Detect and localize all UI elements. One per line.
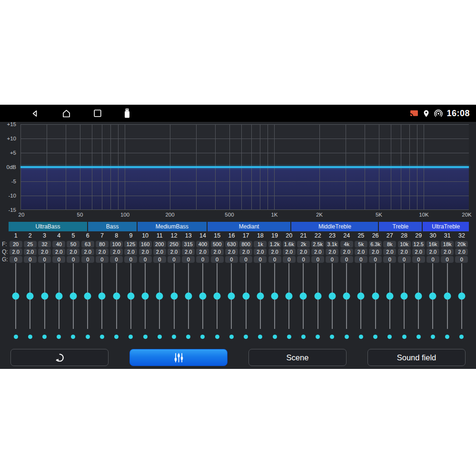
g-value-chip[interactable]: 0 <box>326 256 338 263</box>
gain-slider[interactable] <box>37 263 51 329</box>
g-value-chip[interactable]: 0 <box>254 256 267 263</box>
f-value-chip[interactable]: 3.1k <box>326 241 338 248</box>
g-value-chip[interactable]: 0 <box>52 256 65 263</box>
g-value-chip[interactable]: 0 <box>383 256 396 263</box>
f-value-chip[interactable]: 100 <box>110 241 123 248</box>
gain-slider[interactable] <box>124 263 138 329</box>
gain-slider[interactable] <box>167 263 181 329</box>
g-value-chip[interactable]: 0 <box>441 256 454 263</box>
reset-button[interactable] <box>10 349 109 366</box>
slider-thumb[interactable] <box>444 293 451 300</box>
g-value-chip[interactable]: 0 <box>168 256 180 263</box>
q-value-chip[interactable]: 2.0 <box>426 248 439 255</box>
f-value-chip[interactable]: 16k <box>426 241 439 248</box>
gain-slider[interactable] <box>426 263 440 329</box>
q-value-chip[interactable]: 2.0 <box>383 248 396 255</box>
slider-thumb[interactable] <box>55 293 62 300</box>
f-value-chip[interactable]: 4k <box>340 241 353 248</box>
recents-button[interactable] <box>90 105 105 122</box>
slider-thumb[interactable] <box>228 293 235 300</box>
q-value-chip[interactable]: 2.0 <box>239 248 252 255</box>
gain-slider[interactable] <box>152 263 167 329</box>
g-value-chip[interactable]: 0 <box>355 256 367 263</box>
q-value-chip[interactable]: 2.0 <box>225 248 238 255</box>
q-value-chip[interactable]: 2.0 <box>211 248 224 255</box>
f-value-chip[interactable]: 32 <box>38 241 51 248</box>
gain-slider[interactable] <box>9 263 23 329</box>
gain-slider[interactable] <box>210 263 224 329</box>
q-value-chip[interactable]: 2.0 <box>168 248 180 255</box>
slider-thumb[interactable] <box>300 293 307 300</box>
slider-thumb[interactable] <box>12 293 20 300</box>
slider-thumb[interactable] <box>170 293 178 300</box>
slider-thumb[interactable] <box>257 293 264 300</box>
q-value-chip[interactable]: 2.0 <box>297 248 310 255</box>
f-value-chip[interactable]: 50 <box>67 241 79 248</box>
f-value-chip[interactable]: 500 <box>211 241 224 248</box>
q-value-chip[interactable]: 2.0 <box>455 248 468 255</box>
slider-thumb[interactable] <box>343 293 350 300</box>
gain-slider[interactable] <box>109 263 124 329</box>
slider-thumb[interactable] <box>271 293 278 300</box>
gain-slider[interactable] <box>383 263 397 329</box>
g-value-chip[interactable]: 0 <box>81 256 94 263</box>
f-value-chip[interactable]: 18k <box>441 241 454 248</box>
f-value-chip[interactable]: 160 <box>139 241 152 248</box>
f-value-chip[interactable]: 1k <box>254 241 267 248</box>
gain-slider[interactable] <box>95 263 109 329</box>
g-value-chip[interactable]: 0 <box>311 256 324 263</box>
f-value-chip[interactable]: 315 <box>182 241 195 248</box>
q-value-chip[interactable]: 2.0 <box>52 248 65 255</box>
q-value-chip[interactable]: 2.0 <box>340 248 353 255</box>
slider-thumb[interactable] <box>242 293 249 300</box>
q-value-chip[interactable]: 2.0 <box>412 248 425 255</box>
gain-slider[interactable] <box>196 263 210 329</box>
q-value-chip[interactable]: 2.0 <box>254 248 267 255</box>
slider-thumb[interactable] <box>185 293 192 300</box>
gain-slider[interactable] <box>268 263 282 329</box>
q-value-chip[interactable]: 2.0 <box>182 248 195 255</box>
q-value-chip[interactable]: 2.0 <box>139 248 152 255</box>
slider-thumb[interactable] <box>41 293 48 300</box>
gain-slider[interactable] <box>224 263 238 329</box>
scene-button[interactable]: Scene <box>248 349 347 366</box>
slider-thumb[interactable] <box>199 293 206 300</box>
gain-slider[interactable] <box>239 263 253 329</box>
g-value-chip[interactable]: 0 <box>196 256 209 263</box>
gain-slider[interactable] <box>368 263 382 329</box>
g-value-chip[interactable]: 0 <box>124 256 137 263</box>
q-value-chip[interactable]: 2.0 <box>196 248 209 255</box>
g-value-chip[interactable]: 0 <box>38 256 51 263</box>
q-value-chip[interactable]: 2.0 <box>96 248 109 255</box>
g-value-chip[interactable]: 0 <box>455 256 468 263</box>
f-value-chip[interactable]: 1.6k <box>283 241 296 248</box>
f-value-chip[interactable]: 63 <box>81 241 94 248</box>
q-value-chip[interactable]: 2.0 <box>38 248 51 255</box>
f-value-chip[interactable]: 80 <box>96 241 109 248</box>
f-value-chip[interactable]: 800 <box>239 241 252 248</box>
g-value-chip[interactable]: 0 <box>139 256 152 263</box>
q-value-chip[interactable]: 2.0 <box>441 248 454 255</box>
g-value-chip[interactable]: 0 <box>239 256 252 263</box>
gain-slider[interactable] <box>455 263 469 329</box>
slider-thumb[interactable] <box>27 293 34 300</box>
q-value-chip[interactable]: 2.0 <box>369 248 382 255</box>
g-value-chip[interactable]: 0 <box>426 256 439 263</box>
home-button[interactable] <box>59 105 73 122</box>
slider-thumb[interactable] <box>99 293 106 300</box>
g-value-chip[interactable]: 0 <box>268 256 281 263</box>
slider-thumb[interactable] <box>142 293 149 300</box>
q-value-chip[interactable]: 2.0 <box>124 248 137 255</box>
f-value-chip[interactable]: 630 <box>225 241 238 248</box>
g-value-chip[interactable]: 0 <box>398 256 411 263</box>
q-value-chip[interactable]: 2.0 <box>153 248 166 255</box>
g-value-chip[interactable]: 0 <box>340 256 353 263</box>
slider-thumb[interactable] <box>69 293 77 300</box>
slider-thumb[interactable] <box>429 293 436 300</box>
gain-slider[interactable] <box>296 263 310 329</box>
slider-thumb[interactable] <box>458 293 465 300</box>
g-value-chip[interactable]: 0 <box>153 256 166 263</box>
gain-slider[interactable] <box>80 263 95 329</box>
gain-slider[interactable] <box>339 263 354 329</box>
gain-slider[interactable] <box>66 263 80 329</box>
